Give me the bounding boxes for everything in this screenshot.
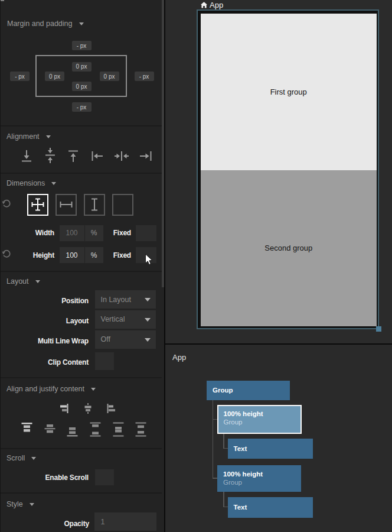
size-width-and-height-button[interactable] [27, 194, 48, 216]
height-label: Height [19, 251, 54, 259]
section-title-margin-padding: Margin and padding [7, 20, 73, 28]
chevron-down-icon [51, 182, 56, 185]
window-left-edge [0, 0, 1, 532]
justify-center-horizontal-button[interactable] [84, 403, 92, 414]
node-title: 100% height [223, 470, 301, 478]
justify-top-button[interactable] [21, 422, 32, 437]
multi-line-wrap-label: Multi Line Wrap [12, 337, 89, 345]
position-value: In Layout [95, 296, 131, 304]
margin-bottom-field[interactable]: - px [72, 102, 92, 112]
justify-center-vertical-button[interactable] [44, 422, 55, 437]
node-graph-panel: App Group 100% height Group Text 100% he… [165, 345, 392, 532]
canvas-area: App First group Second group [165, 0, 392, 343]
opacity-value: 1 [94, 518, 105, 526]
clip-content-label: Clip Content [12, 358, 89, 366]
node-title: Text [234, 503, 247, 511]
section-header-align-justify[interactable]: Align and justify content [6, 385, 96, 393]
align-left-button[interactable] [90, 150, 104, 163]
chevron-down-icon [91, 388, 96, 391]
section-header-scroll[interactable]: Scroll [6, 454, 36, 462]
section-header-alignment[interactable]: Alignment [6, 132, 51, 141]
opacity-label: Opacity [12, 520, 89, 528]
width-fixed-label: Fixed [96, 229, 131, 237]
enable-scroll-label: Enable Scroll [12, 473, 89, 482]
chevron-down-icon [30, 503, 34, 506]
margin-top-field[interactable]: - px [72, 41, 92, 50]
node-100-height-group-2[interactable]: 100% height Group [217, 465, 301, 492]
align-top-button[interactable] [67, 148, 80, 164]
tree-connector [213, 419, 217, 420]
section-divider [0, 377, 162, 378]
section-header-margin-padding[interactable]: Margin and padding [7, 20, 84, 28]
justify-right-button[interactable] [59, 403, 68, 414]
node-text-1[interactable]: Text [228, 439, 313, 459]
padding-bottom-field[interactable]: 0 px [72, 82, 92, 91]
section-divider [0, 492, 162, 494]
clip-content-checkbox[interactable] [95, 352, 114, 370]
reset-dimensions-icon[interactable] [2, 199, 11, 208]
space-evenly-button[interactable] [135, 422, 146, 437]
chevron-down-icon [46, 135, 51, 138]
section-divider [0, 173, 162, 174]
space-between-button[interactable] [90, 422, 101, 437]
enable-scroll-checkbox[interactable] [95, 469, 114, 485]
margin-left-field[interactable]: - px [10, 72, 30, 81]
section-title-alignment: Alignment [6, 132, 40, 141]
preview-viewport[interactable]: First group Second group [197, 9, 380, 329]
height-fixed-label: Fixed [96, 251, 131, 259]
node-title: Group [213, 386, 233, 394]
size-content-button[interactable] [112, 194, 133, 216]
tree-connector [223, 448, 228, 449]
align-bottom-button[interactable] [20, 148, 33, 164]
node-text-2[interactable]: Text [228, 497, 313, 518]
top-left-artifact [0, 0, 4, 1]
multi-line-wrap-dropdown[interactable]: Off [95, 330, 156, 349]
section-header-layout[interactable]: Layout [6, 277, 40, 286]
width-value-input[interactable]: 100 [60, 225, 84, 242]
margin-right-field[interactable]: - px [135, 72, 154, 81]
chevron-down-icon [79, 22, 84, 25]
node-subtitle: Group [224, 418, 301, 426]
justify-bottom-button[interactable] [67, 422, 78, 437]
section-divider [0, 125, 162, 126]
layout-value: Vertical [95, 315, 125, 323]
section-title-scroll: Scroll [6, 454, 25, 462]
node-group[interactable]: Group [207, 381, 290, 401]
second-group[interactable]: Second group [201, 170, 377, 327]
section-header-dimensions[interactable]: Dimensions [6, 179, 56, 187]
align-right-button[interactable] [139, 150, 153, 163]
mouse-cursor [145, 254, 153, 266]
breadcrumb[interactable]: App [201, 1, 223, 9]
tree-connector [223, 507, 228, 508]
width-fixed-input[interactable] [136, 225, 156, 242]
node-graph-app-label: App [172, 353, 186, 362]
padding-right-field[interactable]: 0 px [100, 72, 119, 81]
position-label: Position [12, 297, 89, 305]
node-title: Text [234, 445, 247, 453]
layout-label: Layout [12, 317, 89, 325]
viewport-resize-handle[interactable] [376, 326, 381, 332]
height-value-input[interactable]: 100 [60, 247, 84, 263]
padding-top-field[interactable]: 0 px [72, 62, 92, 72]
section-divider [0, 271, 162, 272]
app-root: First group Second group [201, 14, 377, 326]
tree-connector [223, 434, 224, 449]
chevron-down-icon [145, 338, 151, 342]
padding-left-field[interactable]: 0 px [45, 72, 64, 81]
node-subtitle: Group [223, 478, 301, 486]
align-horizontal-center-button[interactable] [114, 150, 129, 163]
size-height-button[interactable] [84, 194, 105, 216]
opacity-input[interactable]: 1 [94, 512, 156, 531]
space-around-button[interactable] [113, 422, 124, 437]
align-vertical-center-button[interactable] [44, 147, 57, 164]
position-dropdown[interactable]: In Layout [95, 290, 156, 309]
width-label: Width [19, 229, 54, 237]
section-header-style[interactable]: Style [6, 500, 34, 508]
justify-left-button[interactable] [107, 403, 116, 414]
first-group[interactable]: First group [201, 14, 377, 170]
layout-dropdown[interactable]: Vertical [95, 310, 156, 329]
size-width-button[interactable] [55, 194, 77, 216]
section-title-style: Style [6, 500, 23, 508]
node-100-height-group-selected[interactable]: 100% height Group [217, 405, 302, 434]
reset-height-icon[interactable] [2, 249, 11, 258]
